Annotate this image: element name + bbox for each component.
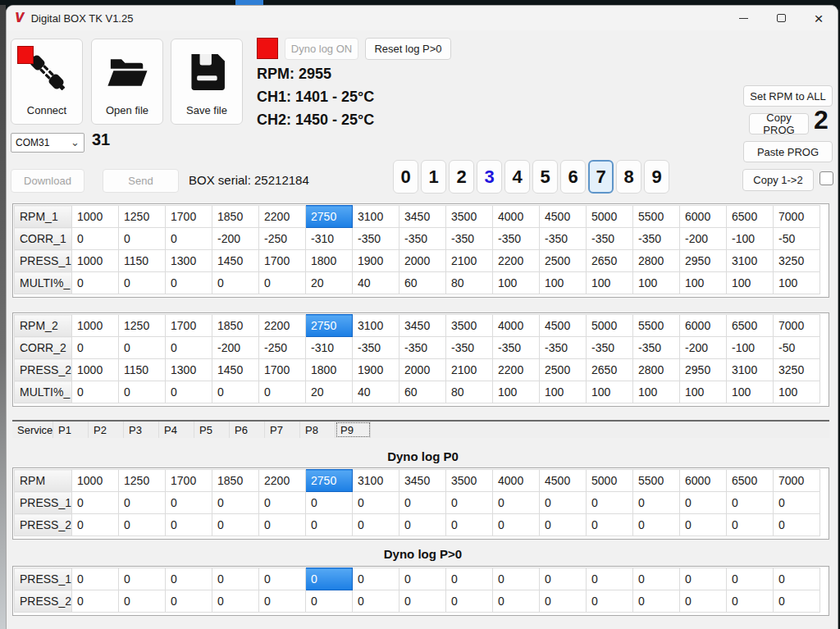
grid-cell[interactable]: 0: [119, 514, 166, 536]
grid-cell[interactable]: 0: [72, 568, 119, 590]
grid-cell[interactable]: 2750: [306, 206, 353, 228]
grid-cell[interactable]: 3450: [399, 206, 446, 228]
tab-p6[interactable]: P6: [230, 422, 265, 438]
program-button-3[interactable]: 3: [477, 160, 502, 194]
grid-cell[interactable]: 5500: [633, 470, 680, 492]
copy-1-to-2-button[interactable]: Copy 1->2: [742, 169, 814, 191]
grid-cell[interactable]: 0: [633, 514, 680, 536]
grid-cell[interactable]: 2000: [399, 250, 446, 272]
grid-cell[interactable]: -310: [306, 228, 353, 250]
grid-cell[interactable]: 40: [353, 272, 399, 294]
grid-cell[interactable]: 0: [446, 590, 493, 613]
grid-cell[interactable]: -100: [727, 337, 774, 359]
grid-cell[interactable]: 100: [680, 272, 727, 294]
grid-cell[interactable]: 0: [212, 272, 259, 294]
grid-cell[interactable]: 0: [119, 381, 166, 403]
grid-cell[interactable]: 0: [680, 590, 727, 613]
grid-cell[interactable]: 0: [212, 514, 259, 536]
grid-cell[interactable]: 0: [166, 381, 212, 403]
grid-cell[interactable]: 4000: [493, 470, 540, 492]
grid-cell[interactable]: 0: [119, 492, 166, 514]
grid-cell[interactable]: 100: [540, 272, 587, 294]
grid-cell[interactable]: 100: [774, 272, 820, 294]
grid-cell[interactable]: 0: [446, 492, 493, 514]
grid-cell[interactable]: 1700: [259, 250, 306, 272]
grid-cell[interactable]: 0: [353, 492, 399, 514]
grid-cell[interactable]: 60: [399, 272, 446, 294]
grid-cell[interactable]: 0: [72, 492, 119, 514]
grid-cell[interactable]: 0: [259, 568, 306, 590]
tab-p8[interactable]: P8: [300, 422, 336, 438]
grid-cell[interactable]: 0: [306, 568, 353, 590]
grid-cell[interactable]: 3500: [446, 315, 493, 337]
grid-cell[interactable]: -250: [259, 228, 306, 250]
grid-cell[interactable]: 7000: [774, 206, 820, 228]
grid-cell[interactable]: 0: [727, 590, 774, 613]
grid-cell[interactable]: 0: [680, 492, 727, 514]
program-button-4[interactable]: 4: [504, 160, 530, 194]
grid-cell[interactable]: 1000: [72, 315, 119, 337]
grid-cell[interactable]: 1000: [72, 206, 119, 228]
tab-p4[interactable]: P4: [159, 422, 194, 438]
grid-cell[interactable]: 1700: [259, 359, 306, 381]
grid-cell[interactable]: 4500: [540, 470, 587, 492]
grid-cell[interactable]: 2200: [493, 359, 540, 381]
grid-cell[interactable]: 0: [119, 337, 166, 359]
grid-cell[interactable]: -50: [774, 337, 820, 359]
grid-cell[interactable]: 0: [353, 590, 399, 613]
grid-cell[interactable]: 0: [166, 568, 212, 590]
grid-cell[interactable]: 0: [259, 514, 306, 536]
grid-cell[interactable]: 0: [259, 492, 306, 514]
grid-cell[interactable]: 0: [72, 272, 119, 294]
grid-cell[interactable]: 5000: [587, 315, 633, 337]
grid-cell[interactable]: -350: [353, 337, 399, 359]
grid-cell[interactable]: -200: [212, 337, 259, 359]
grid-cell[interactable]: -350: [353, 228, 399, 250]
grid-cell[interactable]: -350: [587, 228, 633, 250]
grid-cell[interactable]: 3100: [353, 315, 399, 337]
grid-cell[interactable]: 40: [353, 381, 399, 403]
download-button[interactable]: Download: [11, 169, 84, 193]
grid-cell[interactable]: 4000: [493, 315, 540, 337]
grid-cell[interactable]: 2750: [306, 470, 353, 492]
copy-1-to-2-checkbox[interactable]: [819, 171, 833, 185]
grid-cell[interactable]: 1900: [353, 250, 399, 272]
grid-cell[interactable]: 0: [72, 381, 119, 403]
grid-cell[interactable]: 0: [212, 492, 259, 514]
program-button-6[interactable]: 6: [560, 160, 586, 194]
grid-cell[interactable]: 6500: [727, 206, 774, 228]
grid-cell[interactable]: 2200: [259, 206, 306, 228]
save-file-button[interactable]: Save file: [171, 39, 243, 125]
grid-cell[interactable]: 0: [446, 514, 493, 536]
grid-cell[interactable]: 2500: [540, 250, 587, 272]
tab-service[interactable]: Service: [12, 422, 53, 438]
grid-cell[interactable]: 7000: [774, 315, 820, 337]
grid-cell[interactable]: 5500: [633, 206, 680, 228]
grid-cell[interactable]: 1800: [306, 359, 353, 381]
grid-cell[interactable]: -200: [212, 228, 259, 250]
grid-cell[interactable]: 0: [259, 381, 306, 403]
set-rpm-to-all-button[interactable]: Set RPM to ALL: [743, 85, 833, 107]
grid-cell[interactable]: 5500: [633, 315, 680, 337]
grid-cell[interactable]: 0: [493, 568, 540, 590]
grid-cell[interactable]: 2650: [587, 250, 633, 272]
grid-cell[interactable]: 0: [353, 568, 399, 590]
tab-p2[interactable]: P2: [89, 422, 124, 438]
tab-p1[interactable]: P1: [53, 422, 89, 438]
grid-cell[interactable]: 1250: [119, 315, 166, 337]
grid-cell[interactable]: 0: [540, 492, 587, 514]
grid-cell[interactable]: 0: [399, 514, 446, 536]
grid-cell[interactable]: 4500: [540, 315, 587, 337]
grid-cell[interactable]: 5000: [587, 206, 633, 228]
grid-cell[interactable]: 2800: [633, 250, 680, 272]
grid-cell[interactable]: 0: [72, 228, 119, 250]
grid-cell[interactable]: 100: [587, 272, 633, 294]
grid-cell[interactable]: 1450: [212, 250, 259, 272]
grid-cell[interactable]: 1300: [166, 250, 212, 272]
grid-cell[interactable]: 6000: [680, 315, 727, 337]
grid-cell[interactable]: 3100: [727, 250, 774, 272]
grid-cell[interactable]: 1700: [166, 470, 212, 492]
grid-cell[interactable]: 1450: [212, 359, 259, 381]
grid-cell[interactable]: 0: [399, 568, 446, 590]
grid-cell[interactable]: 1250: [119, 206, 166, 228]
